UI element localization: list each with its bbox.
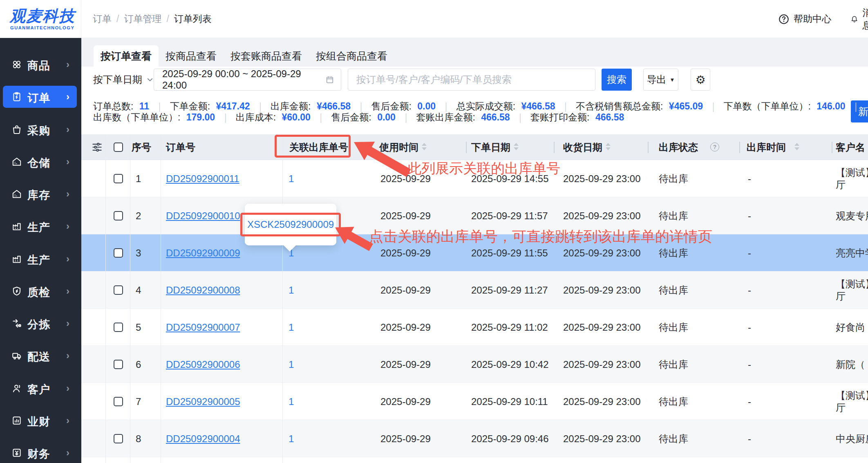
tooltip-outbound-link[interactable]: XSCK25092900009 (247, 219, 334, 230)
cell-seq: 2 (136, 197, 141, 234)
outbound_no-link[interactable]: 1 (289, 322, 294, 333)
sort-icon[interactable] (422, 143, 427, 150)
table-row[interactable]: 2DD2509290001012025-09-292025-09-29 11:5… (81, 197, 868, 234)
column-border (161, 134, 161, 463)
outbound_no-link[interactable]: 1 (289, 173, 294, 185)
cell-outbound_time: - (748, 383, 751, 420)
warehouse-icon (11, 156, 22, 167)
sidebar-item-客户[interactable]: 客户› (3, 377, 77, 399)
tab-按商品查看[interactable]: 按商品查看 (159, 45, 224, 67)
order_no-link[interactable]: DD25092900010 (166, 210, 240, 222)
settings-gear-button[interactable]: ⚙ (691, 69, 710, 91)
column-header-outbound_no: 关联出库单号 (289, 134, 348, 160)
table-row[interactable]: 1DD2509290001112025-09-292025-09-29 14:5… (81, 160, 868, 197)
column-header-order_date[interactable]: 下单日期 (471, 134, 510, 160)
chevron-right-icon: › (66, 188, 69, 200)
table-row[interactable]: 6DD2509290000612025-09-292025-09-29 10:4… (81, 346, 868, 383)
stat-divider: ｜ (155, 101, 164, 111)
tab-按组合商品查看[interactable]: 按组合商品查看 (309, 45, 394, 67)
row-checkbox[interactable] (114, 248, 123, 258)
cell-seq: 3 (136, 234, 141, 272)
row-checkbox[interactable] (114, 285, 123, 295)
cell-status: 待出库 (659, 197, 688, 234)
search-button[interactable]: 搜索 (602, 69, 632, 91)
stat-divider: ｜ (516, 112, 525, 122)
tab-按套账商品查看[interactable]: 按套账商品查看 (224, 45, 309, 67)
sidebar-item-商品[interactable]: 商品› (3, 53, 77, 76)
tab-按订单查看[interactable]: 按订单查看 (94, 45, 159, 67)
column-header-outbound_time[interactable]: 出库时间 (747, 134, 786, 160)
select-all-checkbox[interactable] (114, 142, 123, 152)
sidebar-item-质检[interactable]: 质检› (3, 280, 77, 302)
order_no-link[interactable]: DD25092900011 (166, 173, 239, 185)
chevron-right-icon: › (66, 318, 69, 329)
header-separator (554, 142, 555, 153)
date-range-input[interactable]: 2025-09-29 00:00 ~ 2025-09-29 24:00 (154, 69, 341, 91)
row-checkbox[interactable] (114, 211, 123, 220)
table-row[interactable]: 5DD2509290000712025-09-292025-09-29 11:0… (81, 309, 868, 346)
cell-use_time: 2025-09-29 (380, 160, 431, 197)
cell-order_date: 2025-09-29 11:57 (471, 197, 548, 234)
cell-status: 待出库 (659, 420, 688, 457)
sidebar-item-生产[interactable]: 生产› (3, 248, 77, 270)
sidebar-item-分拣[interactable]: 分拣› (3, 312, 77, 334)
sort-icon[interactable] (794, 143, 799, 150)
order_no-link[interactable]: DD25092900004 (166, 433, 240, 445)
cell-outbound_time: - (748, 272, 751, 309)
table-row[interactable]: 4DD2509290000812025-09-292025-09-29 11:2… (81, 272, 868, 309)
cell-outbound_time: - (748, 420, 751, 457)
cell-status: 待出库 (659, 234, 688, 272)
column-header-receive_date[interactable]: 收货日期 (563, 134, 602, 160)
row-checkbox[interactable] (114, 360, 123, 369)
cell-receive_date: 2025-09-29 23:00 (563, 160, 641, 197)
outbound_no-link[interactable]: 1 (289, 285, 294, 296)
date-type-select[interactable]: 按下单日期 (93, 69, 154, 91)
help-circle-icon[interactable]: ? (710, 142, 719, 151)
order-icon (11, 91, 22, 102)
table-row[interactable]: 3DD2509290000912025-09-292025-09-29 11:5… (81, 234, 868, 272)
sidebar-item-配送[interactable]: 配送› (3, 345, 77, 367)
help-center-label: 帮助中心 (794, 13, 831, 25)
order_no-link[interactable]: DD25092900006 (166, 359, 240, 370)
row-checkbox[interactable] (114, 174, 123, 183)
table-row[interactable]: 7DD2509290000512025-09-292025-09-29 10:1… (81, 383, 868, 420)
sidebar-item-业财[interactable]: 业财› (3, 410, 77, 432)
cell-seq: 8 (136, 420, 141, 457)
order_no-link[interactable]: DD25092900009 (166, 247, 240, 259)
sidebar-item-label: 库存 (27, 188, 50, 203)
outbound_no-link[interactable]: 1 (289, 433, 294, 445)
sidebar-item-财务[interactable]: 财务› (3, 442, 77, 463)
sidebar-item-生产[interactable]: 生产› (3, 215, 77, 237)
help-center-button[interactable]: 帮助中心 (778, 0, 831, 38)
sort-icon[interactable] (514, 143, 519, 150)
cell-receive_date: 2025-09-29 23:00 (563, 420, 641, 457)
column-settings-icon[interactable] (92, 142, 103, 154)
breadcrumb-item[interactable]: 订单 (93, 13, 112, 25)
column-header-use_time[interactable]: 使用时间 (379, 134, 418, 160)
stat-label: 下单金额: (170, 101, 213, 111)
column-header-seq: 序号 (132, 134, 151, 160)
row-checkbox[interactable] (114, 397, 123, 406)
cell-receive_date: 2025-09-29 23:00 (563, 272, 641, 309)
order_no-link[interactable]: DD25092900008 (166, 285, 240, 296)
breadcrumb-item[interactable]: 订单管理 (124, 13, 161, 25)
cell-use_time: 2025-09-29 (380, 197, 431, 234)
order_no-link[interactable]: DD25092900007 (166, 322, 240, 333)
export-button[interactable]: 导出▼ (643, 69, 678, 91)
outbound_no-link[interactable]: 1 (289, 396, 294, 407)
sidebar-item-订单[interactable]: 订单› (3, 86, 77, 108)
search-input[interactable] (348, 69, 595, 91)
order_no-link[interactable]: DD25092900005 (166, 396, 240, 407)
sidebar-item-仓储[interactable]: 仓储› (3, 151, 77, 173)
row-checkbox[interactable] (114, 434, 123, 443)
sidebar-item-采购[interactable]: 采购› (3, 118, 77, 140)
outbound-link-tooltip: XSCK25092900009 (245, 204, 336, 245)
sidebar-item-库存[interactable]: 库存› (3, 183, 77, 205)
cell-customer: 【测试】厅 (836, 272, 868, 309)
sort-icon[interactable] (606, 143, 611, 150)
outbound_no-link[interactable]: 1 (289, 359, 294, 370)
table-row[interactable]: 8DD2509290000412025-09-292025-09-29 09:4… (81, 420, 868, 457)
row-checkbox[interactable] (114, 323, 123, 332)
messages-button[interactable]: 消息 (850, 0, 868, 38)
header-separator (739, 142, 740, 153)
